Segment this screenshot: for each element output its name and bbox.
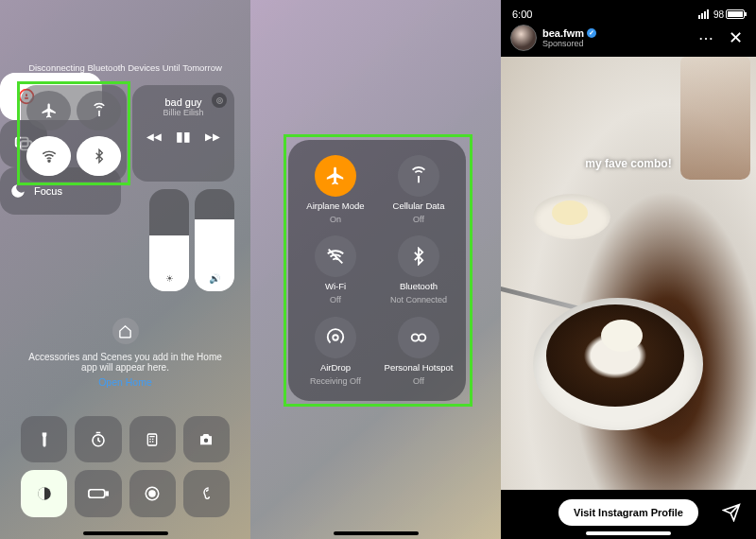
- speaker-icon: 🔊: [195, 273, 234, 284]
- utility-grid: [21, 416, 230, 517]
- pause-button[interactable]: ▮▮: [176, 129, 191, 144]
- svg-point-15: [412, 334, 419, 340]
- airplane-label: Airplane Mode: [306, 200, 364, 211]
- chevron-up-icon[interactable]: ︿: [623, 492, 634, 508]
- battery-icon: [88, 487, 109, 500]
- wifi-off-icon: [325, 246, 346, 267]
- screenrecord-button[interactable]: [129, 470, 176, 516]
- battery-indicator: 98: [713, 9, 745, 20]
- wifi-label: Wi-Fi: [325, 281, 346, 291]
- airplane-mode-toggle[interactable]: [26, 91, 71, 130]
- story-photo[interactable]: my fave combo!: [501, 57, 756, 490]
- hearing-button[interactable]: [183, 470, 230, 516]
- hotspot-status: Off: [413, 376, 424, 386]
- cellular-icon: [408, 165, 429, 186]
- verified-icon: ✓: [587, 28, 596, 38]
- svg-point-0: [48, 160, 50, 162]
- focus-label: Focus: [34, 185, 62, 197]
- darkmode-button[interactable]: [21, 470, 67, 516]
- bluetooth-status: Not Connected: [390, 295, 447, 304]
- airplane-icon: [41, 102, 58, 119]
- wifi-item[interactable]: Wi-Fi Off: [296, 232, 375, 308]
- next-track-button[interactable]: ▶▶: [205, 131, 220, 142]
- wifi-icon: [41, 148, 58, 165]
- volume-slider[interactable]: 🔊: [195, 189, 234, 291]
- home-indicator[interactable]: [83, 531, 168, 535]
- airplane-icon: [325, 165, 346, 186]
- timer-icon: [90, 431, 107, 448]
- bluetooth-icon: [409, 247, 428, 266]
- airdrop-status: Receiving Off: [310, 376, 361, 386]
- send-button[interactable]: [722, 503, 741, 526]
- airplane-status: On: [330, 215, 341, 224]
- home-indicator[interactable]: [334, 531, 419, 535]
- connectivity-expanded: Airplane Mode On Cellular Data Off Wi-Fi…: [288, 140, 466, 401]
- svg-point-13: [149, 491, 155, 496]
- hotspot-label: Personal Hotspot: [385, 362, 454, 373]
- story-header: bea.fwm✓ Sponsored ⋯ ✕: [501, 23, 756, 57]
- calculator-button[interactable]: [129, 416, 176, 462]
- bluetooth-icon: [92, 148, 107, 164]
- flashlight-icon: [36, 431, 53, 448]
- hotspot-item[interactable]: Personal Hotspot Off: [379, 313, 458, 390]
- brightness-slider[interactable]: ☀: [149, 189, 189, 291]
- status-bar: 6:00 98: [501, 0, 756, 23]
- airplay-icon[interactable]: [212, 93, 227, 108]
- close-button[interactable]: ✕: [725, 27, 747, 48]
- flashlight-button[interactable]: [21, 416, 67, 462]
- airdrop-icon: [325, 327, 346, 348]
- airplane-mode-item[interactable]: Airplane Mode On: [296, 151, 375, 228]
- control-center-collapsed: Disconnecting Bluetooth Devices Until To…: [0, 0, 250, 539]
- svg-rect-11: [106, 492, 108, 495]
- more-button[interactable]: ⋯: [693, 29, 719, 47]
- home-indicator[interactable]: [586, 531, 671, 535]
- wifi-status: Off: [330, 295, 341, 304]
- moon-icon: [9, 183, 26, 200]
- airdrop-item[interactable]: AirDrop Receiving Off: [296, 313, 375, 390]
- clock: 6:00: [512, 9, 532, 20]
- cellular-icon: [91, 102, 108, 119]
- prev-track-button[interactable]: ◀◀: [146, 131, 162, 142]
- bluetooth-toggle[interactable]: [77, 136, 121, 176]
- cellular-status: Off: [413, 215, 424, 224]
- svg-point-16: [419, 334, 425, 340]
- bluetooth-label: Bluetooth: [400, 281, 438, 291]
- record-icon: [144, 485, 161, 502]
- timer-button[interactable]: [75, 416, 121, 462]
- sponsored-label: Sponsored: [542, 39, 596, 48]
- svg-rect-10: [89, 490, 105, 497]
- hotspot-icon: [408, 327, 429, 348]
- media-tile[interactable]: bad guy Billie Eilish ◀◀ ▮▮ ▶▶: [132, 85, 234, 182]
- cellular-label: Cellular Data: [393, 200, 445, 211]
- calculator-icon: [145, 432, 160, 447]
- open-home-link[interactable]: Open Home: [26, 376, 224, 388]
- home-icon: [112, 318, 139, 344]
- camera-button[interactable]: [183, 416, 230, 462]
- darkmode-icon: [36, 485, 53, 502]
- butter: [552, 200, 588, 225]
- avatar[interactable]: [510, 25, 537, 51]
- svg-point-2: [218, 99, 220, 101]
- signal-icon: [698, 9, 709, 19]
- username[interactable]: bea.fwm✓: [542, 27, 596, 39]
- svg-point-8: [204, 438, 209, 443]
- svg-point-1: [216, 97, 222, 103]
- cellular-item[interactable]: Cellular Data Off: [379, 151, 458, 228]
- home-text: Accessories and Scenes you add in the Ho…: [26, 352, 224, 373]
- lowpower-button[interactable]: [75, 470, 121, 516]
- cream: [601, 320, 643, 352]
- sun-icon: ☀: [149, 273, 189, 284]
- bluetooth-item[interactable]: Bluetooth Not Connected: [379, 232, 458, 308]
- caption: my fave combo!: [501, 157, 756, 170]
- home-section: Accessories and Scenes you add in the Ho…: [0, 318, 250, 388]
- paperplane-icon: [722, 503, 741, 522]
- airdrop-label: AirDrop: [320, 362, 351, 373]
- media-artist: Billie Eilish: [140, 108, 227, 117]
- banner-text: Disconnecting Bluetooth Devices Until To…: [0, 0, 250, 73]
- wifi-toggle[interactable]: [26, 136, 71, 176]
- instagram-story: 6:00 98 bea.fwm✓ Sponsored ⋯ ✕ my fave c…: [501, 0, 756, 539]
- camera-icon: [198, 431, 215, 448]
- svg-point-14: [333, 335, 338, 340]
- ear-icon: [198, 485, 214, 502]
